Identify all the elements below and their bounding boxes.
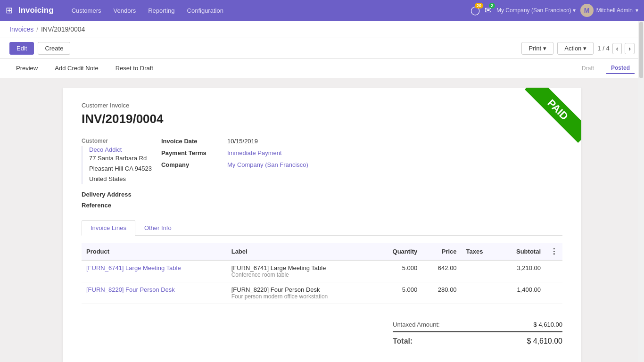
action-bar: Edit Create Print ▾ Action ▾ 1 / 4 ‹ ›: [0, 38, 644, 59]
status-posted: Posted: [606, 63, 635, 74]
company-name: My Company (San Francisco): [496, 7, 571, 14]
menu-vendors[interactable]: Vendors: [108, 5, 140, 16]
invoice-meta: Customer Deco Addict 77 Santa Barbara Rd…: [82, 138, 562, 209]
tab-other-info[interactable]: Other Info: [135, 220, 181, 235]
untaxed-amount-value: $ 4,610.00: [534, 321, 562, 328]
row2-price: 280.00: [422, 282, 461, 304]
scrollbar-track[interactable]: [638, 21, 644, 362]
user-chevron-icon: ▾: [636, 7, 638, 14]
reference-label: Reference: [82, 202, 111, 209]
pagination: 1 / 4 ‹ ›: [597, 43, 635, 54]
topnav-right: ◯ 20 ✉ 2 My Company (San Francisco) ▾ M …: [471, 4, 638, 17]
row1-label-line2: Conference room table: [231, 272, 370, 278]
customer-label: Customer: [82, 138, 152, 144]
add-credit-note-button[interactable]: Add Credit Note: [48, 61, 105, 76]
invoice-number: INV/2019/0004: [82, 112, 562, 126]
row2-label-line2: Four person modern office workstation: [231, 293, 370, 300]
row1-quantity: 5.000: [374, 260, 422, 282]
grid-icon[interactable]: ⊞: [6, 5, 13, 16]
row1-options[interactable]: [545, 260, 562, 282]
pagination-prev-button[interactable]: ‹: [612, 43, 622, 54]
create-button[interactable]: Create: [38, 42, 70, 55]
company-chevron-icon: ▾: [573, 7, 576, 14]
breadcrumb: Invoices / INV/2019/0004: [0, 21, 644, 38]
row2-product: [FURN_8220] Four Person Desk: [82, 282, 227, 304]
action-chevron-icon: ▾: [583, 45, 586, 52]
row2-taxes: [462, 282, 498, 304]
row2-label-line1: [FURN_8220] Four Person Desk: [231, 286, 370, 293]
edit-button[interactable]: Edit: [9, 42, 34, 55]
tab-invoice-lines[interactable]: Invoice Lines: [82, 220, 135, 236]
payment-terms-row: Payment Terms Immediate Payment: [161, 149, 562, 156]
tabs-row: Invoice Lines Other Info: [82, 220, 562, 236]
customer-info: Deco Addict 77 Santa Barbara Rd Pleasant…: [82, 146, 152, 184]
row1-label-line1: [FURN_6741] Large Meeting Table: [231, 264, 370, 272]
customer-address-line1: 77 Santa Barbara Rd: [89, 153, 152, 164]
menu-reporting[interactable]: Reporting: [143, 5, 179, 16]
col-price: Price: [422, 243, 461, 260]
row2-options[interactable]: [545, 282, 562, 304]
reset-to-draft-button[interactable]: Reset to Draft: [109, 61, 160, 76]
customer-address-line3: United States: [89, 174, 152, 184]
row1-product-link[interactable]: [FURN_6741] Large Meeting Table: [86, 264, 181, 272]
invoice-type: Customer Invoice: [82, 102, 562, 109]
company-selector[interactable]: My Company (San Francisco) ▾: [496, 7, 576, 14]
customer-section: Customer Deco Addict 77 Santa Barbara Rd…: [82, 138, 152, 209]
row1-subtotal: 3,210.00: [498, 260, 545, 282]
menu-configuration[interactable]: Configuration: [182, 5, 228, 16]
company-label: Company: [161, 161, 227, 168]
avatar: M: [580, 4, 594, 17]
total-label: Total:: [393, 337, 413, 346]
top-navigation: ⊞ Invoicing Customers Vendors Reporting …: [0, 0, 644, 21]
pagination-next-button[interactable]: ›: [625, 43, 635, 54]
messages-badge: 2: [489, 3, 495, 8]
col-options-header: ⋮: [545, 243, 562, 260]
notifications-icon[interactable]: ◯ 20: [471, 5, 480, 16]
company-value[interactable]: My Company (San Francisco): [227, 161, 308, 168]
col-subtotal: Subtotal: [498, 243, 545, 260]
invoice-date-row: Invoice Date 10/15/2019: [161, 138, 562, 145]
untaxed-amount-label: Untaxed Amount:: [393, 321, 440, 328]
customer-address-line2: Pleasant Hill CA 94523: [89, 164, 152, 174]
messages-icon[interactable]: ✉ 2: [485, 5, 492, 16]
row2-label: [FURN_8220] Four Person Desk Four person…: [227, 282, 374, 304]
pagination-text: 1 / 4: [597, 45, 609, 52]
col-label: Label: [227, 243, 374, 260]
invoice-date-value: 10/15/2019: [227, 138, 258, 145]
table-header-row: Product Label Quantity Price Taxes Subto…: [82, 243, 562, 260]
customer-name[interactable]: Deco Addict: [89, 146, 152, 153]
col-product: Product: [82, 243, 227, 260]
invoice-card: PAID Customer Invoice INV/2019/0004 Cust…: [63, 88, 581, 362]
status-indicator: Draft Posted: [577, 59, 635, 78]
app-title: Invoicing: [18, 6, 54, 15]
breadcrumb-parent[interactable]: Invoices: [9, 25, 33, 33]
print-label: Print: [528, 45, 541, 52]
payment-terms-value[interactable]: Immediate Payment: [227, 149, 282, 156]
breadcrumb-current: INV/2019/0004: [41, 25, 85, 33]
status-bar: Preview Add Credit Note Reset to Draft D…: [0, 59, 644, 78]
scrollbar-thumb[interactable]: [639, 22, 643, 78]
total-row: Total: $ 4,610.00: [393, 331, 562, 348]
invoice-date-label: Invoice Date: [161, 138, 227, 145]
reference-section: Reference: [82, 202, 152, 209]
user-menu[interactable]: M Mitchell Admin ▾: [580, 4, 638, 17]
row2-product-link[interactable]: [FURN_8220] Four Person Desk: [86, 286, 175, 293]
company-row: Company My Company (San Francisco): [161, 161, 562, 168]
main-content: PAID Customer Invoice INV/2019/0004 Cust…: [0, 78, 644, 362]
preview-button[interactable]: Preview: [9, 61, 44, 76]
main-menu: Customers Vendors Reporting Configuratio…: [67, 5, 471, 16]
delivery-address-label: Delivery Address: [82, 191, 132, 198]
user-name: Mitchell Admin: [596, 7, 633, 14]
row1-price: 642.00: [422, 260, 461, 282]
notifications-badge: 20: [475, 3, 483, 8]
row1-label: [FURN_6741] Large Meeting Table Conferen…: [227, 260, 374, 282]
payment-terms-label: Payment Terms: [161, 149, 227, 156]
total-value: $ 4,610.00: [527, 337, 562, 346]
menu-customers[interactable]: Customers: [67, 5, 106, 16]
invoice-table: Product Label Quantity Price Taxes Subto…: [82, 243, 562, 304]
row1-taxes: [462, 260, 498, 282]
print-button[interactable]: Print ▾: [521, 42, 553, 55]
invoice-fields: Invoice Date 10/15/2019 Payment Terms Im…: [161, 138, 562, 209]
action-button[interactable]: Action ▾: [557, 42, 594, 55]
delivery-address-section: Delivery Address: [82, 191, 152, 198]
